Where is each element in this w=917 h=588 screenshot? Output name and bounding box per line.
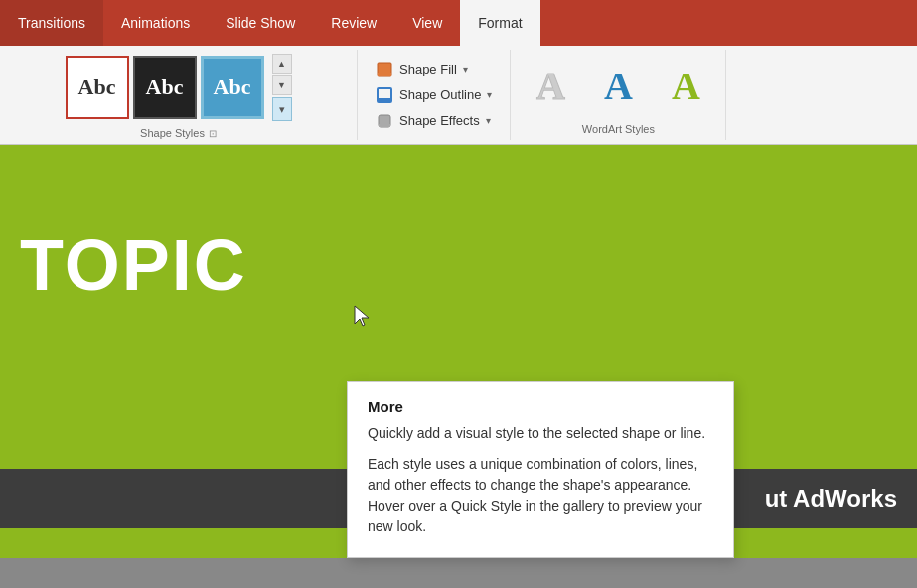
shape-outline-dropdown-arrow: ▾ [487, 89, 492, 100]
tooltip-para-1: Quickly add a visual style to the select… [368, 423, 713, 444]
wordart-swatches: A A A [519, 54, 717, 117]
shape-style-swatch-1[interactable]: Abc [66, 56, 129, 119]
ribbon-content: Abc Abc Abc ▲ ▼ Shape Styles [0, 46, 917, 145]
tab-review[interactable]: Review [313, 0, 394, 46]
shape-styles-label: Shape Styles ⊡ [140, 127, 217, 139]
wordart-swatch-1[interactable]: A [519, 54, 582, 117]
tooltip-popup: More Quickly add a visual style to the s… [347, 381, 734, 558]
shape-styles-group: Abc Abc Abc ▲ ▼ Shape Styles [0, 50, 358, 140]
shape-fill-button[interactable]: Shape Fill ▾ [370, 58, 498, 81]
shape-outline-button[interactable]: Shape Outline ▾ [370, 83, 498, 107]
slide-adworks-text: ut AdWorks [765, 485, 897, 513]
shape-style-swatch-3[interactable]: Abc [201, 56, 264, 119]
swatch-scroll-up[interactable]: ▲ [272, 54, 292, 74]
swatch-expand-button[interactable] [272, 97, 292, 121]
slide-topic-text: TOPIC [20, 224, 247, 306]
wordart-swatch-2[interactable]: A [586, 54, 650, 117]
tooltip-para-2: Each style uses a unique combination of … [368, 454, 713, 537]
slide-area: TOPIC ut AdWorks More Quickly add a visu… [0, 145, 917, 588]
tooltip-body: Quickly add a visual style to the select… [368, 423, 713, 537]
tooltip-title: More [368, 398, 713, 415]
shape-options-group: Shape Fill ▾ Shape Outline ▾ [358, 50, 511, 140]
svg-rect-3 [378, 98, 391, 102]
shape-effects-icon [376, 112, 393, 130]
shape-effects-button[interactable]: Shape Effects ▾ [370, 109, 498, 133]
tab-format[interactable]: Format [460, 0, 539, 46]
shape-styles-swatches: Abc Abc Abc ▲ ▼ [66, 54, 292, 121]
svg-rect-5 [379, 124, 390, 127]
shape-effects-dropdown-arrow: ▾ [486, 115, 491, 126]
wordart-swatch-3[interactable]: A [654, 54, 717, 117]
tab-slideshow[interactable]: Slide Show [208, 0, 313, 46]
ribbon-tab-bar: Transitions Animations Slide Show Review… [0, 0, 917, 46]
swatch-scroll-down[interactable]: ▼ [272, 75, 292, 95]
tab-view[interactable]: View [394, 0, 460, 46]
shape-style-swatch-2[interactable]: Abc [133, 56, 197, 119]
svg-rect-1 [378, 73, 391, 76]
wordart-styles-group: A A A WordArt Styles [511, 50, 726, 140]
swatch-scroll-controls: ▲ ▼ [272, 54, 292, 121]
shape-outline-icon [376, 86, 393, 104]
tab-transitions[interactable]: Transitions [0, 0, 103, 46]
wordart-styles-label: WordArt Styles [582, 123, 655, 135]
shape-fill-dropdown-arrow: ▾ [463, 64, 468, 74]
shape-fill-icon [376, 61, 393, 78]
shape-styles-dialog-launcher[interactable]: ⊡ [209, 128, 217, 139]
tab-animations[interactable]: Animations [103, 0, 208, 46]
